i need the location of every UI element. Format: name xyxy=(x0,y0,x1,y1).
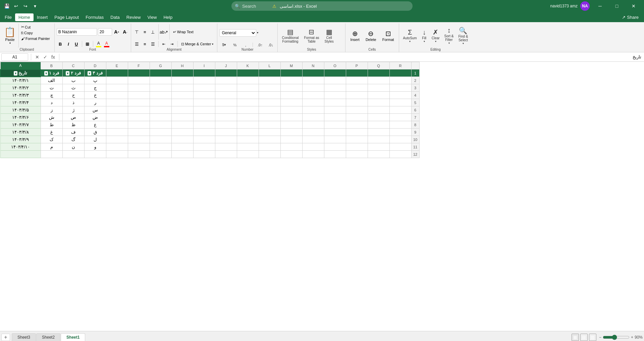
cell-Q2[interactable] xyxy=(368,77,389,84)
col-header-K[interactable]: K xyxy=(237,62,259,69)
indent-dec-button[interactable]: ⇤ xyxy=(160,40,168,48)
menu-view[interactable]: View xyxy=(144,13,160,21)
cell-P12[interactable] xyxy=(346,151,368,158)
cell-J1[interactable] xyxy=(215,69,237,77)
redo-button[interactable]: ↪ xyxy=(21,2,30,10)
copy-button[interactable]: ⎘ Copy xyxy=(20,30,51,36)
col-header-G[interactable]: G xyxy=(150,62,171,69)
cell-B3[interactable]: ت xyxy=(41,84,62,92)
col-header-F[interactable]: F xyxy=(128,62,150,69)
underline-button[interactable]: U xyxy=(73,40,80,48)
cell-R10[interactable] xyxy=(389,136,411,143)
wrap-text-button[interactable]: ↵ Wrap Text xyxy=(171,29,195,35)
cell-M6[interactable] xyxy=(280,106,302,114)
row-header-9[interactable]: 9 xyxy=(411,129,419,136)
cell-R11[interactable] xyxy=(389,143,411,151)
cell-A8[interactable]: ۱۴۰۳/۴/۷ xyxy=(0,121,41,129)
page-break-view-button[interactable]: ▥ xyxy=(589,334,596,341)
cell-Q7[interactable] xyxy=(368,114,389,121)
row-header-7[interactable]: 7 xyxy=(411,114,419,121)
cell-Q4[interactable] xyxy=(368,92,389,99)
col-header-A[interactable]: A xyxy=(0,62,41,69)
cell-K11[interactable] xyxy=(237,143,259,151)
cell-P3[interactable] xyxy=(346,84,368,92)
cell-P4[interactable] xyxy=(346,92,368,99)
cell-R4[interactable] xyxy=(389,92,411,99)
cell-H11[interactable] xyxy=(171,143,193,151)
cell-A1[interactable]: تاریخ ▾ xyxy=(0,69,41,77)
zoom-in-button[interactable]: + xyxy=(631,335,633,340)
zoom-out-button[interactable]: − xyxy=(599,335,601,340)
cell-B11[interactable]: م xyxy=(41,143,62,151)
font-size-input[interactable] xyxy=(98,28,112,36)
cell-F1[interactable] xyxy=(128,69,150,77)
cell-R3[interactable] xyxy=(389,84,411,92)
col-header-R[interactable]: R xyxy=(389,62,411,69)
cell-J11[interactable] xyxy=(215,143,237,151)
cell-Q9[interactable] xyxy=(368,129,389,136)
cell-Q12[interactable] xyxy=(368,151,389,158)
cell-O10[interactable] xyxy=(324,136,346,143)
cell-C10[interactable]: گ xyxy=(62,136,84,143)
cell-H5[interactable] xyxy=(171,99,193,106)
customize-qa-button[interactable]: ▾ xyxy=(31,2,39,10)
cell-O6[interactable] xyxy=(324,106,346,114)
cell-B4[interactable]: چ xyxy=(41,92,62,99)
cell-H6[interactable] xyxy=(171,106,193,114)
cell-D12[interactable] xyxy=(84,151,106,158)
cell-L3[interactable] xyxy=(259,84,280,92)
cell-C2[interactable]: ب xyxy=(62,77,84,84)
currency-button[interactable]: $▾ xyxy=(219,42,229,48)
cell-M3[interactable] xyxy=(280,84,302,92)
cell-A3[interactable]: ۱۴۰۳/۴/۲ xyxy=(0,84,41,92)
page-layout-view-button[interactable]: ▤ xyxy=(580,334,588,341)
cell-H12[interactable] xyxy=(171,151,193,158)
cell-E11[interactable] xyxy=(106,143,128,151)
cell-C4[interactable]: ح xyxy=(62,92,84,99)
cell-F6[interactable] xyxy=(128,106,150,114)
cell-H8[interactable] xyxy=(171,121,193,129)
cell-L1[interactable] xyxy=(259,69,280,77)
cell-F10[interactable] xyxy=(128,136,150,143)
format-painter-button[interactable]: 🖌 Format Painter xyxy=(20,36,51,41)
cell-E2[interactable] xyxy=(106,77,128,84)
col-header-M[interactable]: M xyxy=(280,62,302,69)
cell-K1[interactable] xyxy=(237,69,259,77)
cell-M1[interactable] xyxy=(280,69,302,77)
col-header-P[interactable]: P xyxy=(346,62,368,69)
cell-B7[interactable]: ش xyxy=(41,114,62,121)
cell-L6[interactable] xyxy=(259,106,280,114)
cell-O4[interactable] xyxy=(324,92,346,99)
cell-A4[interactable]: ۱۴۰۳/۴/۳ xyxy=(0,92,41,99)
cell-K3[interactable] xyxy=(237,84,259,92)
cell-N2[interactable] xyxy=(302,77,324,84)
cell-R6[interactable] xyxy=(389,106,411,114)
cell-P6[interactable] xyxy=(346,106,368,114)
cell-D7[interactable]: ض xyxy=(84,114,106,121)
cell-Q8[interactable] xyxy=(368,121,389,129)
cell-F7[interactable] xyxy=(128,114,150,121)
sort-filter-button[interactable]: ↕ Sort &Filter ▾ xyxy=(442,25,456,47)
cell-D5[interactable]: ر xyxy=(84,99,106,106)
cell-D8[interactable]: ع xyxy=(84,121,106,129)
cell-K10[interactable] xyxy=(237,136,259,143)
cell-H2[interactable] xyxy=(171,77,193,84)
cell-I6[interactable] xyxy=(193,106,215,114)
cell-O7[interactable] xyxy=(324,114,346,121)
normal-view-button[interactable]: ▦ xyxy=(572,334,579,341)
cell-N3[interactable] xyxy=(302,84,324,92)
cell-A9[interactable]: ۱۴۰۳/۴/۸ xyxy=(0,129,41,136)
cell-L4[interactable] xyxy=(259,92,280,99)
row-header-11[interactable]: 11 xyxy=(411,143,419,151)
cell-O12[interactable] xyxy=(324,151,346,158)
menu-formulas[interactable]: Formulas xyxy=(82,13,107,21)
cell-B1[interactable]: فرد ۱ ▾ xyxy=(41,69,62,77)
cell-O5[interactable] xyxy=(324,99,346,106)
bold-button[interactable]: B xyxy=(57,40,64,48)
cell-A7[interactable]: ۱۴۰۳/۴/۶ xyxy=(0,114,41,121)
cell-G8[interactable] xyxy=(150,121,171,129)
cell-N12[interactable] xyxy=(302,151,324,158)
cell-I1[interactable] xyxy=(193,69,215,77)
undo-button[interactable]: ↩ xyxy=(12,2,20,10)
font-color-button[interactable]: A xyxy=(103,40,110,48)
